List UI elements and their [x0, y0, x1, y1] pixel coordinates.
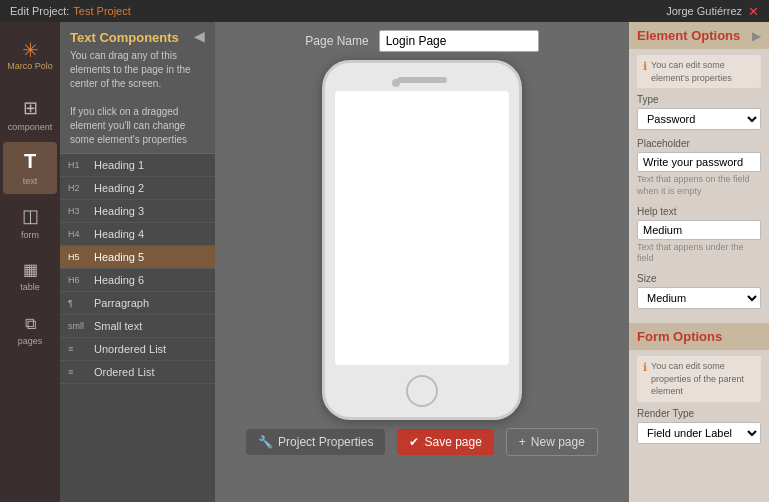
heading-label: Heading 5 [94, 251, 144, 263]
element-options-header: Element Options ▶ [629, 22, 769, 49]
nav-label-pages: pages [18, 336, 43, 346]
right-expand-button[interactable]: ▶ [752, 29, 761, 43]
nav-item-form[interactable]: ◫ form [3, 196, 57, 248]
heading-items-container: H1Heading 1H2Heading 2H3Heading 3H4Headi… [60, 154, 215, 384]
size-field-group: Size MediumSmallLarge [637, 273, 761, 309]
panel-description: You can drag any of this elements to the… [70, 49, 205, 147]
render-type-select[interactable]: Field under LabelField beside Label [637, 422, 761, 444]
heading-label: Heading 1 [94, 159, 144, 171]
placeholder-field-group: Placeholder Text that appens on the fiel… [637, 138, 761, 197]
placeholder-input[interactable] [637, 152, 761, 172]
form-info-text: You can edit some properties of the pare… [651, 360, 755, 398]
phone-camera [392, 79, 400, 87]
project-properties-button[interactable]: 🔧 Project Properties [246, 429, 385, 455]
panel-title: Text Components [70, 30, 205, 45]
form-icon: ◫ [22, 205, 39, 227]
type-select[interactable]: PasswordTextEmailNumber [637, 108, 761, 130]
save-icon: ✔ [409, 435, 419, 449]
pages-icon: ⧉ [25, 315, 36, 333]
heading-item-[interactable]: ≡Ordered List [60, 361, 215, 384]
heading-item-h3[interactable]: H3Heading 3 [60, 200, 215, 223]
user-info: Jorge Gutiérrez ✕ [666, 4, 759, 19]
type-field-group: Type PasswordTextEmailNumber [637, 94, 761, 130]
render-type-label: Render Type [637, 408, 761, 419]
edit-project-label: Edit Project: Test Project [10, 5, 131, 17]
heading-item-h1[interactable]: H1Heading 1 [60, 154, 215, 177]
top-bar: Edit Project: Test Project Jorge Gutiérr… [0, 0, 769, 22]
element-info-box: ℹ You can edit some element's properties [637, 55, 761, 88]
text-panel-header: ◀ Text Components You can drag any of th… [60, 22, 215, 154]
heading-label: Ordered List [94, 366, 155, 378]
heading-tag: smll [68, 321, 88, 331]
project-properties-icon: 🔧 [258, 435, 273, 449]
heading-tag: ≡ [68, 344, 88, 354]
helptext-help: Text that appens under the field [637, 242, 761, 265]
helptext-input[interactable] [637, 220, 761, 240]
element-info-text: You can edit some element's properties [651, 59, 755, 84]
logo-text: Marco Polo [7, 62, 53, 72]
icon-sidebar: ✳ Marco Polo ⊞ component T text ◫ form ▦… [0, 22, 60, 502]
heading-item-[interactable]: ¶Parragraph [60, 292, 215, 315]
heading-tag: H2 [68, 183, 88, 193]
new-icon: + [519, 435, 526, 449]
info-icon: ℹ [643, 59, 647, 84]
new-page-label: New page [531, 435, 585, 449]
save-page-button[interactable]: ✔ Save page [397, 429, 493, 455]
user-name: Jorge Gutiérrez [666, 5, 742, 17]
heading-item-[interactable]: ≡Unordered List [60, 338, 215, 361]
form-options-body: ℹ You can edit some properties of the pa… [629, 350, 769, 458]
save-page-label: Save page [424, 435, 481, 449]
heading-tag: H3 [68, 206, 88, 216]
heading-tag: H1 [68, 160, 88, 170]
logo: ✳ Marco Polo [5, 30, 55, 80]
form-options-title: Form Options [637, 329, 722, 344]
heading-tag: H6 [68, 275, 88, 285]
page-name-label: Page Name [305, 34, 368, 48]
element-options-body: ℹ You can edit some element's properties… [629, 49, 769, 323]
heading-label: Unordered List [94, 343, 166, 355]
table-icon: ▦ [23, 260, 38, 279]
placeholder-help: Text that appens on the field when it is… [637, 174, 761, 197]
helptext-field-group: Help text Text that appens under the fie… [637, 206, 761, 265]
page-name-input[interactable] [379, 30, 539, 52]
render-type-field-group: Render Type Field under LabelField besid… [637, 408, 761, 444]
form-info-icon: ℹ [643, 360, 647, 398]
phone-mockup [322, 60, 522, 420]
project-properties-label: Project Properties [278, 435, 373, 449]
phone-screen [335, 91, 509, 365]
nav-item-text[interactable]: T text [3, 142, 57, 194]
right-panel: Element Options ▶ ℹ You can edit some el… [629, 22, 769, 502]
nav-item-pages[interactable]: ⧉ pages [3, 304, 57, 356]
heading-item-h5[interactable]: H5Heading 5 [60, 246, 215, 269]
size-select[interactable]: MediumSmallLarge [637, 287, 761, 309]
nav-label-component: component [8, 122, 53, 132]
heading-label: Heading 6 [94, 274, 144, 286]
nav-item-component[interactable]: ⊞ component [3, 88, 57, 140]
heading-tag: ¶ [68, 298, 88, 308]
heading-item-smll[interactable]: smllSmall text [60, 315, 215, 338]
nav-item-table[interactable]: ▦ table [3, 250, 57, 302]
page-name-bar: Page Name [215, 22, 629, 60]
close-button[interactable]: ✕ [748, 4, 759, 19]
nav-label-text: text [23, 176, 38, 186]
element-options-title: Element Options [637, 28, 740, 43]
new-page-button[interactable]: + New page [506, 428, 598, 456]
heading-item-h2[interactable]: H2Heading 2 [60, 177, 215, 200]
heading-tag: ≡ [68, 367, 88, 377]
type-label: Type [637, 94, 761, 105]
size-label: Size [637, 273, 761, 284]
heading-tag: H5 [68, 252, 88, 262]
phone-home-button[interactable] [406, 375, 438, 407]
form-options-header: Form Options [629, 323, 769, 350]
helptext-label: Help text [637, 206, 761, 217]
placeholder-label: Placeholder [637, 138, 761, 149]
heading-item-h6[interactable]: H6Heading 6 [60, 269, 215, 292]
text-components-panel: ◀ Text Components You can drag any of th… [60, 22, 215, 502]
edit-label: Edit Project: [10, 5, 69, 17]
heading-item-h4[interactable]: H4Heading 4 [60, 223, 215, 246]
nav-label-form: form [21, 230, 39, 240]
collapse-button[interactable]: ◀ [194, 28, 205, 44]
heading-label: Parragraph [94, 297, 149, 309]
nav-label-table: table [20, 282, 40, 292]
project-name: Test Project [73, 5, 130, 17]
